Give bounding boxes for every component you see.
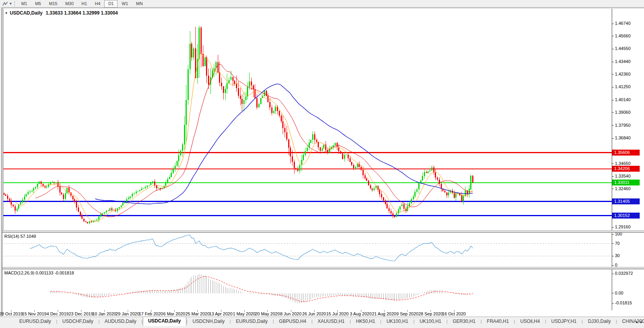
timeframe-button-w1[interactable]: W1	[118, 0, 132, 7]
price-tick-label: 1.44550	[615, 46, 631, 52]
price-tick-label: 1.41250	[615, 84, 631, 90]
chart-title: ▼USDCAD,Daily1.33633 1.33664 1.32999 1.3…	[5, 10, 118, 16]
tab-scroll-nav: ◂▸	[635, 320, 642, 324]
price-tick-label: 1.43440	[615, 59, 631, 65]
price-level-badge: 1.33011	[612, 180, 640, 185]
chart-symbol-period: USDCAD,Daily	[10, 10, 42, 16]
chart-tab-eurusd-daily[interactable]: EURUSD,Daily	[231, 317, 273, 326]
mt4-application: ▼ M1M5M15M30H1H4D1W1MN ▼USDCAD,Daily1.33…	[0, 0, 644, 328]
chart-tab-usdcnh-daily[interactable]: USDCNH,Daily	[188, 317, 230, 326]
rsi-pane: RSI(14) 57.1049 10070300	[2, 232, 644, 267]
chart-tab-xauusd-h1[interactable]: XAUUSD,H1	[313, 317, 350, 326]
macd-tick	[612, 274, 614, 274]
price-tick-label: 1.46740	[615, 21, 631, 26]
timeframe-buttons: M1M5M15M30H1H4D1W1MN	[17, 0, 147, 7]
price-level-badge: 1.34206	[612, 166, 640, 172]
price-tick-label: 1.42360	[615, 72, 631, 77]
chart-tab-usdcad-daily[interactable]: USDCAD,Daily	[143, 317, 186, 326]
price-tick-label: 1.36840	[615, 135, 631, 141]
macd-pane: MACD(12,26,9) 0.001133 -0.001818 0.03297…	[2, 269, 644, 310]
price-tick	[612, 49, 614, 49]
price-tick-label: 1.39060	[615, 110, 631, 115]
price-axis[interactable]: 1.467401.456601.445501.434401.423601.412…	[612, 9, 644, 230]
macd-axis[interactable]: 0.0329720.00-0.01815	[612, 269, 644, 310]
price-tick-label: 1.45660	[615, 33, 631, 39]
macd-tick-label: -0.01815	[615, 300, 632, 306]
price-tick-label: 1.29160	[615, 224, 631, 230]
chart-tab-bar: EURUSD,Daily|USDCHF,Daily|AUDUSD,Daily|U…	[0, 317, 644, 326]
timeframe-toolbar: ▼ M1M5M15M30H1H4D1W1MN	[0, 0, 644, 7]
price-tick	[612, 74, 614, 74]
price-level-badge: 1.30152	[612, 213, 640, 219]
chart-tab-usoil-h4[interactable]: USOil,H4	[515, 317, 545, 326]
chart-tab-usdchf-daily[interactable]: USDCHF,Daily	[57, 317, 99, 326]
rsi-label: RSI(14) 57.1049	[4, 234, 36, 239]
toolbar-grip[interactable]	[14, 1, 15, 6]
price-tick	[612, 100, 614, 100]
date-label: 16 Oct 2020	[434, 311, 474, 316]
price-tick	[612, 138, 614, 139]
collapse-arrow-icon[interactable]: ▼	[5, 11, 8, 15]
rsi-tick	[612, 265, 614, 266]
chart-tab-uk100-h1[interactable]: UK100,H1	[414, 317, 446, 326]
macd-tick-label: 0.00	[615, 291, 623, 296]
chart-tab-fra40-h1[interactable]: FRA40,H1	[482, 317, 514, 326]
rsi-tick-label: 30	[615, 253, 620, 259]
price-level-badge: 1.35606	[612, 150, 640, 156]
rsi-canvas[interactable]	[3, 233, 612, 267]
rsi-tick	[612, 234, 614, 235]
chart-tool-icon[interactable]	[1, 0, 9, 7]
macd-tick-label: 0.032972	[615, 271, 633, 276]
chart-tab-usdjpy-h1[interactable]: USDJPY,H1	[546, 317, 581, 326]
chart-tab-uk100-h1[interactable]: UK100,H1	[381, 317, 413, 326]
rsi-tick-label: 70	[615, 241, 620, 246]
tab-scroll-right-icon[interactable]: ▸	[640, 320, 642, 324]
price-tick	[612, 163, 614, 164]
timeframe-button-d1[interactable]: D1	[104, 0, 118, 7]
chart-tab-audusd-daily[interactable]: AUDUSD,Daily	[99, 317, 142, 326]
price-tick	[612, 36, 614, 36]
polyline-tool-icon	[2, 1, 8, 6]
price-tick-label: 1.32460	[615, 186, 631, 192]
price-tick-label: 1.37950	[615, 123, 631, 128]
chart-window: ▼USDCAD,Daily1.33633 1.33664 1.32999 1.3…	[2, 7, 644, 316]
price-tick	[612, 62, 614, 62]
chart-tab-eurusd-daily[interactable]: EURUSD,Daily	[14, 317, 56, 326]
timeframe-button-m30[interactable]: M30	[61, 0, 77, 7]
chart-tab-ger30-h1[interactable]: GER30,H1	[447, 317, 480, 326]
tab-scroll-left-icon[interactable]: ◂	[635, 320, 637, 324]
price-tick-label: 1.33540	[615, 174, 631, 179]
price-tick	[612, 227, 614, 228]
rsi-tick-label: 0	[615, 263, 617, 267]
timeframe-button-h4[interactable]: H4	[91, 0, 104, 7]
price-tick	[612, 176, 614, 177]
price-pane: ▼USDCAD,Daily1.33633 1.33664 1.32999 1.3…	[2, 9, 644, 230]
price-chart-canvas[interactable]	[3, 9, 612, 230]
price-tick	[612, 112, 614, 113]
price-tick	[612, 24, 614, 24]
chart-tab-hk50-h1[interactable]: HK50,H1	[351, 317, 380, 326]
macd-label: MACD(12,26,9) 0.001133 -0.001818	[4, 271, 74, 275]
chart-ohlc-values: 1.33633 1.33664 1.32999 1.33004	[46, 10, 118, 16]
rsi-axis[interactable]: 10070300	[612, 233, 644, 267]
macd-canvas[interactable]	[3, 269, 612, 310]
chart-tab-gbpusd-h4[interactable]: GBPUSD,H4	[274, 317, 311, 326]
price-tick	[612, 189, 614, 189]
rsi-tick	[612, 256, 614, 256]
rsi-tick-label: 100	[615, 232, 622, 237]
timeframe-button-m15[interactable]: M15	[45, 0, 61, 7]
timeframe-button-m1[interactable]: M1	[17, 0, 31, 7]
dropdown-caret-icon[interactable]: ▼	[9, 2, 12, 6]
timeframe-button-m5[interactable]: M5	[31, 0, 45, 7]
price-tick	[612, 87, 614, 87]
rsi-tick	[612, 243, 614, 244]
macd-tick	[612, 303, 614, 304]
timeframe-button-h1[interactable]: H1	[77, 0, 91, 7]
price-level-badge: 1.31405	[612, 198, 640, 204]
macd-tick	[612, 293, 614, 293]
price-tick-label: 1.40140	[615, 97, 631, 103]
date-axis[interactable]: 28 Oct 201915 Nov 20194 Dec 201923 Dec 2…	[2, 310, 644, 317]
chart-tab-dj30-daily[interactable]: DJ30,Daily	[583, 317, 616, 326]
timeframe-button-mn[interactable]: MN	[132, 0, 147, 7]
price-tick	[612, 125, 614, 126]
